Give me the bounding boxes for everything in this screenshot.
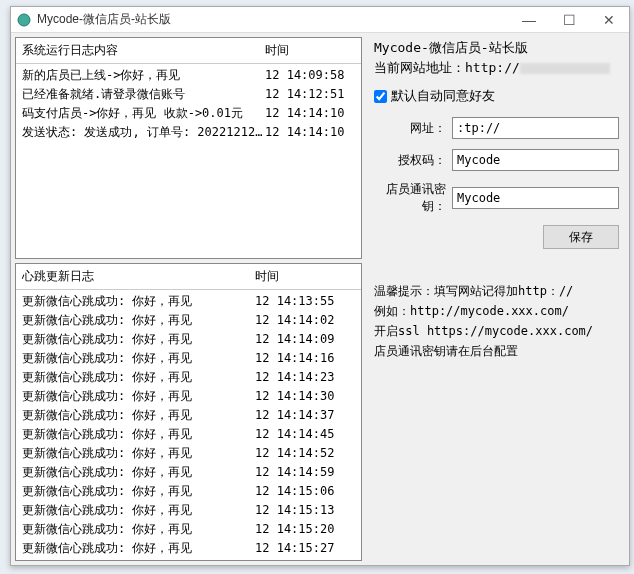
log-row[interactable]: 更新微信心跳成功: 你好，再见12 14:14:59 [16, 463, 361, 482]
log-msg: 更新微信心跳成功: 你好，再见 [22, 312, 255, 329]
log-time: 12 14:15:06 [255, 483, 355, 500]
log-row[interactable]: 更新微信心跳成功: 你好，再见12 14:14:23 [16, 368, 361, 387]
key-field-label: 店员通讯密钥： [374, 181, 452, 215]
log-row[interactable]: 更新微信心跳成功: 你好，再见12 14:14:37 [16, 406, 361, 425]
log-msg: 发送状态: 发送成功, 订单号: 20221212l... [22, 124, 265, 141]
log-time: 12 14:15:13 [255, 502, 355, 519]
window-controls: — ☐ ✕ [509, 7, 629, 33]
log-time: 12 14:14:30 [255, 388, 355, 405]
log-row[interactable]: 更新微信心跳成功: 你好，再见12 14:13:55 [16, 292, 361, 311]
log-time: 12 14:14:23 [255, 369, 355, 386]
content-area: 系统运行日志内容 时间 新的店员已上线->你好，再见12 14:09:58已经准… [11, 33, 629, 565]
heartbeat-log-panel: 心跳更新日志 时间 更新微信心跳成功: 你好，再见12 14:13:55更新微信… [15, 263, 362, 561]
log-time: 12 14:14:16 [255, 350, 355, 367]
log-row[interactable]: 更新微信心跳成功: 你好，再见12 14:14:02 [16, 311, 361, 330]
log-msg: 更新微信心跳成功: 你好，再见 [22, 331, 255, 348]
system-log-header-msg: 系统运行日志内容 [22, 42, 265, 59]
tips-block: 温馨提示：填写网站记得加http：//例如：http://mycode.xxx.… [374, 281, 619, 361]
app-icon [17, 13, 31, 27]
log-msg: 更新微信心跳成功: 你好，再见 [22, 445, 255, 462]
auth-field-label: 授权码： [374, 152, 452, 169]
log-row[interactable]: 更新微信心跳成功: 你好，再见12 14:15:27 [16, 539, 361, 558]
log-row[interactable]: 更新微信心跳成功: 你好，再见12 14:14:30 [16, 387, 361, 406]
log-msg: 更新微信心跳成功: 你好，再见 [22, 483, 255, 500]
log-msg: 新的店员已上线->你好，再见 [22, 67, 265, 84]
log-msg: 更新微信心跳成功: 你好，再见 [22, 426, 255, 443]
log-time: 12 14:14:09 [255, 331, 355, 348]
svg-point-0 [18, 14, 30, 26]
minimize-button[interactable]: — [509, 7, 549, 33]
log-msg: 更新微信心跳成功: 你好，再见 [22, 521, 255, 538]
log-msg: 更新微信心跳成功: 你好，再见 [22, 369, 255, 386]
log-time: 12 14:15:20 [255, 521, 355, 538]
key-input[interactable] [452, 187, 619, 209]
auto-accept-row: 默认自动同意好友 [374, 87, 619, 105]
log-row[interactable]: 更新微信心跳成功: 你好，再见12 14:15:20 [16, 520, 361, 539]
current-url-label: 当前网站地址： [374, 60, 465, 75]
masked-url [520, 63, 610, 74]
key-field-row: 店员通讯密钥： [374, 181, 619, 215]
log-row[interactable]: 更新微信心跳成功: 你好，再见12 14:14:45 [16, 425, 361, 444]
auth-input[interactable] [452, 149, 619, 171]
tip-line: 开启ssl https://mycode.xxx.com/ [374, 321, 619, 341]
log-msg: 更新微信心跳成功: 你好，再见 [22, 350, 255, 367]
tip-line: 温馨提示：填写网站记得加http：// [374, 281, 619, 301]
log-time: 12 14:14:37 [255, 407, 355, 424]
log-row[interactable]: 发送状态: 发送成功, 订单号: 20221212l...12 14:14:10 [16, 123, 361, 142]
log-row[interactable]: 更新微信心跳成功: 你好，再见12 14:15:13 [16, 501, 361, 520]
heartbeat-log-body[interactable]: 更新微信心跳成功: 你好，再见12 14:13:55更新微信心跳成功: 你好，再… [16, 290, 361, 560]
save-row: 保存 [374, 225, 619, 249]
save-button[interactable]: 保存 [543, 225, 619, 249]
log-row[interactable]: 更新微信心跳成功: 你好，再见12 14:14:52 [16, 444, 361, 463]
log-msg: 更新微信心跳成功: 你好，再见 [22, 502, 255, 519]
titlebar[interactable]: Mycode-微信店员-站长版 — ☐ ✕ [11, 7, 629, 33]
log-time: 12 14:12:51 [265, 86, 355, 103]
system-log-panel: 系统运行日志内容 时间 新的店员已上线->你好，再见12 14:09:58已经准… [15, 37, 362, 259]
url-field-row: 网址： [374, 117, 619, 139]
log-row[interactable]: 更新微信心跳成功: 你好，再见12 14:14:16 [16, 349, 361, 368]
maximize-button[interactable]: ☐ [549, 7, 589, 33]
log-time: 12 14:13:55 [255, 293, 355, 310]
log-time: 12 14:14:45 [255, 426, 355, 443]
log-row[interactable]: 新的店员已上线->你好，再见12 14:09:58 [16, 66, 361, 85]
system-log-header-time: 时间 [265, 42, 355, 59]
log-row[interactable]: 码支付店员->你好，再见 收款->0.01元12 14:14:10 [16, 104, 361, 123]
url-input[interactable] [452, 117, 619, 139]
close-button[interactable]: ✕ [589, 7, 629, 33]
info-title: Mycode-微信店员-站长版 [374, 39, 619, 57]
heartbeat-log-header-msg: 心跳更新日志 [22, 268, 255, 285]
tip-line: 例如：http://mycode.xxx.com/ [374, 301, 619, 321]
log-row[interactable]: 更新微信心跳成功: 你好，再见12 14:14:09 [16, 330, 361, 349]
log-time: 12 14:15:27 [255, 540, 355, 557]
log-msg: 更新微信心跳成功: 你好，再见 [22, 388, 255, 405]
app-window: Mycode-微信店员-站长版 — ☐ ✕ 系统运行日志内容 时间 新的店员已上… [10, 6, 630, 566]
heartbeat-log-header-time: 时间 [255, 268, 355, 285]
auth-field-row: 授权码： [374, 149, 619, 171]
log-row[interactable]: 更新微信心跳成功: 你好，再见12 14:15:06 [16, 482, 361, 501]
system-log-body[interactable]: 新的店员已上线->你好，再见12 14:09:58已经准备就绪.请登录微信账号1… [16, 64, 361, 258]
auto-accept-checkbox[interactable] [374, 90, 387, 103]
log-msg: 更新微信心跳成功: 你好，再见 [22, 464, 255, 481]
system-log-header: 系统运行日志内容 时间 [16, 38, 361, 64]
current-url-row: 当前网站地址：http:// [374, 59, 619, 77]
log-time: 12 14:14:02 [255, 312, 355, 329]
log-msg: 更新微信心跳成功: 你好，再见 [22, 293, 255, 310]
heartbeat-log-header: 心跳更新日志 时间 [16, 264, 361, 290]
url-field-label: 网址： [374, 120, 452, 137]
tip-line: 店员通讯密钥请在后台配置 [374, 341, 619, 361]
log-time: 12 14:09:58 [265, 67, 355, 84]
current-url-value: http:// [465, 60, 520, 75]
log-time: 12 14:14:52 [255, 445, 355, 462]
log-time: 12 14:14:10 [265, 124, 355, 141]
log-msg: 更新微信心跳成功: 你好，再见 [22, 407, 255, 424]
right-pane: Mycode-微信店员-站长版 当前网站地址：http:// 默认自动同意好友 … [366, 33, 629, 565]
auto-accept-label[interactable]: 默认自动同意好友 [391, 87, 495, 105]
log-time: 12 14:14:10 [265, 105, 355, 122]
log-time: 12 14:14:59 [255, 464, 355, 481]
left-pane: 系统运行日志内容 时间 新的店员已上线->你好，再见12 14:09:58已经准… [11, 33, 366, 565]
log-msg: 已经准备就绪.请登录微信账号 [22, 86, 265, 103]
log-msg: 码支付店员->你好，再见 收款->0.01元 [22, 105, 265, 122]
log-row[interactable]: 已经准备就绪.请登录微信账号12 14:12:51 [16, 85, 361, 104]
log-msg: 更新微信心跳成功: 你好，再见 [22, 540, 255, 557]
window-title: Mycode-微信店员-站长版 [37, 11, 171, 28]
